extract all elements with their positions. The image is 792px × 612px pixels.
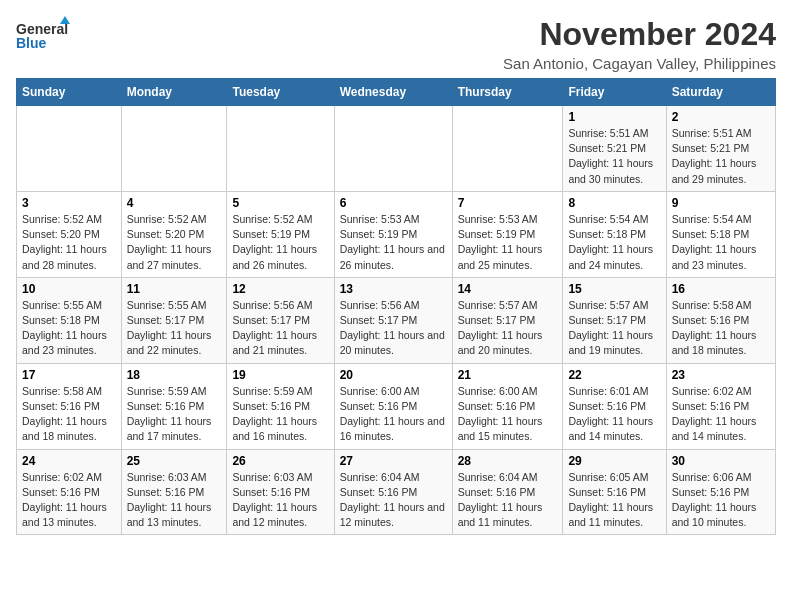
calendar-cell: 12 Sunrise: 5:56 AMSunset: 5:17 PMDaylig… — [227, 277, 334, 363]
calendar-cell: 19 Sunrise: 5:59 AMSunset: 5:16 PMDaylig… — [227, 363, 334, 449]
day-info: Sunrise: 5:57 AMSunset: 5:17 PMDaylight:… — [458, 298, 558, 359]
calendar-cell: 13 Sunrise: 5:56 AMSunset: 5:17 PMDaylig… — [334, 277, 452, 363]
calendar-cell: 25 Sunrise: 6:03 AMSunset: 5:16 PMDaylig… — [121, 449, 227, 535]
day-info: Sunrise: 5:53 AMSunset: 5:19 PMDaylight:… — [340, 212, 447, 273]
day-number: 15 — [568, 282, 660, 296]
logo: General Blue — [16, 16, 76, 60]
calendar-cell — [227, 106, 334, 192]
day-info: Sunrise: 5:51 AMSunset: 5:21 PMDaylight:… — [568, 126, 660, 187]
col-monday: Monday — [121, 79, 227, 106]
svg-text:Blue: Blue — [16, 35, 47, 51]
day-info: Sunrise: 6:03 AMSunset: 5:16 PMDaylight:… — [232, 470, 328, 531]
col-friday: Friday — [563, 79, 666, 106]
day-info: Sunrise: 6:03 AMSunset: 5:16 PMDaylight:… — [127, 470, 222, 531]
day-number: 19 — [232, 368, 328, 382]
day-info: Sunrise: 5:51 AMSunset: 5:21 PMDaylight:… — [672, 126, 770, 187]
calendar-cell: 3 Sunrise: 5:52 AMSunset: 5:20 PMDayligh… — [17, 191, 122, 277]
day-info: Sunrise: 5:59 AMSunset: 5:16 PMDaylight:… — [127, 384, 222, 445]
day-number: 21 — [458, 368, 558, 382]
calendar-cell: 28 Sunrise: 6:04 AMSunset: 5:16 PMDaylig… — [452, 449, 563, 535]
logo-svg: General Blue — [16, 16, 76, 60]
calendar-cell — [452, 106, 563, 192]
calendar-cell — [334, 106, 452, 192]
day-number: 8 — [568, 196, 660, 210]
day-info: Sunrise: 6:00 AMSunset: 5:16 PMDaylight:… — [340, 384, 447, 445]
calendar-cell: 14 Sunrise: 5:57 AMSunset: 5:17 PMDaylig… — [452, 277, 563, 363]
day-number: 6 — [340, 196, 447, 210]
calendar-cell: 18 Sunrise: 5:59 AMSunset: 5:16 PMDaylig… — [121, 363, 227, 449]
day-number: 30 — [672, 454, 770, 468]
calendar-cell: 9 Sunrise: 5:54 AMSunset: 5:18 PMDayligh… — [666, 191, 775, 277]
day-number: 17 — [22, 368, 116, 382]
calendar-cell: 8 Sunrise: 5:54 AMSunset: 5:18 PMDayligh… — [563, 191, 666, 277]
day-number: 14 — [458, 282, 558, 296]
calendar-cell: 29 Sunrise: 6:05 AMSunset: 5:16 PMDaylig… — [563, 449, 666, 535]
day-number: 24 — [22, 454, 116, 468]
page-title: November 2024 — [503, 16, 776, 53]
calendar-cell: 30 Sunrise: 6:06 AMSunset: 5:16 PMDaylig… — [666, 449, 775, 535]
day-info: Sunrise: 5:53 AMSunset: 5:19 PMDaylight:… — [458, 212, 558, 273]
day-info: Sunrise: 5:56 AMSunset: 5:17 PMDaylight:… — [232, 298, 328, 359]
calendar-week-2: 3 Sunrise: 5:52 AMSunset: 5:20 PMDayligh… — [17, 191, 776, 277]
calendar-cell: 2 Sunrise: 5:51 AMSunset: 5:21 PMDayligh… — [666, 106, 775, 192]
day-number: 9 — [672, 196, 770, 210]
calendar-cell: 23 Sunrise: 6:02 AMSunset: 5:16 PMDaylig… — [666, 363, 775, 449]
day-info: Sunrise: 5:57 AMSunset: 5:17 PMDaylight:… — [568, 298, 660, 359]
day-number: 4 — [127, 196, 222, 210]
day-number: 28 — [458, 454, 558, 468]
day-info: Sunrise: 6:02 AMSunset: 5:16 PMDaylight:… — [672, 384, 770, 445]
day-info: Sunrise: 5:54 AMSunset: 5:18 PMDaylight:… — [568, 212, 660, 273]
day-number: 12 — [232, 282, 328, 296]
day-number: 7 — [458, 196, 558, 210]
calendar-cell: 22 Sunrise: 6:01 AMSunset: 5:16 PMDaylig… — [563, 363, 666, 449]
day-info: Sunrise: 5:58 AMSunset: 5:16 PMDaylight:… — [672, 298, 770, 359]
calendar-week-5: 24 Sunrise: 6:02 AMSunset: 5:16 PMDaylig… — [17, 449, 776, 535]
day-info: Sunrise: 5:56 AMSunset: 5:17 PMDaylight:… — [340, 298, 447, 359]
day-number: 13 — [340, 282, 447, 296]
col-tuesday: Tuesday — [227, 79, 334, 106]
calendar-cell: 21 Sunrise: 6:00 AMSunset: 5:16 PMDaylig… — [452, 363, 563, 449]
calendar-cell: 6 Sunrise: 5:53 AMSunset: 5:19 PMDayligh… — [334, 191, 452, 277]
svg-marker-2 — [60, 16, 70, 24]
day-info: Sunrise: 5:52 AMSunset: 5:19 PMDaylight:… — [232, 212, 328, 273]
calendar-cell: 16 Sunrise: 5:58 AMSunset: 5:16 PMDaylig… — [666, 277, 775, 363]
day-info: Sunrise: 6:01 AMSunset: 5:16 PMDaylight:… — [568, 384, 660, 445]
title-block: November 2024 San Antonio, Cagayan Valle… — [503, 16, 776, 72]
col-thursday: Thursday — [452, 79, 563, 106]
day-number: 25 — [127, 454, 222, 468]
day-info: Sunrise: 6:06 AMSunset: 5:16 PMDaylight:… — [672, 470, 770, 531]
calendar-cell: 17 Sunrise: 5:58 AMSunset: 5:16 PMDaylig… — [17, 363, 122, 449]
day-number: 11 — [127, 282, 222, 296]
page-header: General Blue November 2024 San Antonio, … — [16, 16, 776, 72]
calendar-header-row: Sunday Monday Tuesday Wednesday Thursday… — [17, 79, 776, 106]
calendar-week-3: 10 Sunrise: 5:55 AMSunset: 5:18 PMDaylig… — [17, 277, 776, 363]
day-info: Sunrise: 5:58 AMSunset: 5:16 PMDaylight:… — [22, 384, 116, 445]
calendar-cell — [121, 106, 227, 192]
page-subtitle: San Antonio, Cagayan Valley, Philippines — [503, 55, 776, 72]
calendar-week-4: 17 Sunrise: 5:58 AMSunset: 5:16 PMDaylig… — [17, 363, 776, 449]
day-number: 10 — [22, 282, 116, 296]
day-info: Sunrise: 5:55 AMSunset: 5:18 PMDaylight:… — [22, 298, 116, 359]
calendar-cell — [17, 106, 122, 192]
calendar-cell: 5 Sunrise: 5:52 AMSunset: 5:19 PMDayligh… — [227, 191, 334, 277]
calendar-cell: 20 Sunrise: 6:00 AMSunset: 5:16 PMDaylig… — [334, 363, 452, 449]
day-number: 3 — [22, 196, 116, 210]
col-wednesday: Wednesday — [334, 79, 452, 106]
day-number: 18 — [127, 368, 222, 382]
calendar-week-1: 1 Sunrise: 5:51 AMSunset: 5:21 PMDayligh… — [17, 106, 776, 192]
col-sunday: Sunday — [17, 79, 122, 106]
day-number: 20 — [340, 368, 447, 382]
day-info: Sunrise: 6:04 AMSunset: 5:16 PMDaylight:… — [458, 470, 558, 531]
day-number: 29 — [568, 454, 660, 468]
calendar-cell: 27 Sunrise: 6:04 AMSunset: 5:16 PMDaylig… — [334, 449, 452, 535]
calendar-cell: 11 Sunrise: 5:55 AMSunset: 5:17 PMDaylig… — [121, 277, 227, 363]
day-number: 16 — [672, 282, 770, 296]
day-number: 27 — [340, 454, 447, 468]
day-info: Sunrise: 5:52 AMSunset: 5:20 PMDaylight:… — [127, 212, 222, 273]
day-number: 26 — [232, 454, 328, 468]
calendar-cell: 10 Sunrise: 5:55 AMSunset: 5:18 PMDaylig… — [17, 277, 122, 363]
calendar-cell: 26 Sunrise: 6:03 AMSunset: 5:16 PMDaylig… — [227, 449, 334, 535]
day-info: Sunrise: 6:00 AMSunset: 5:16 PMDaylight:… — [458, 384, 558, 445]
calendar-cell: 7 Sunrise: 5:53 AMSunset: 5:19 PMDayligh… — [452, 191, 563, 277]
calendar-table: Sunday Monday Tuesday Wednesday Thursday… — [16, 78, 776, 535]
